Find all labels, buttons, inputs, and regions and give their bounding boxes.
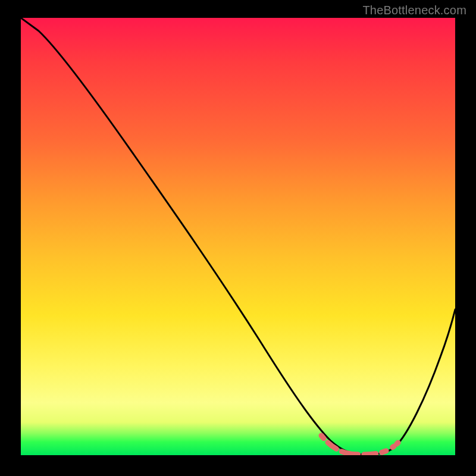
curve-layer bbox=[21, 18, 455, 455]
optimal-marker bbox=[321, 436, 398, 455]
chart-frame: TheBottleneck.com bbox=[0, 0, 476, 476]
plot-area bbox=[21, 18, 455, 455]
bottleneck-curve bbox=[21, 18, 455, 455]
watermark-text: TheBottleneck.com bbox=[362, 4, 466, 17]
